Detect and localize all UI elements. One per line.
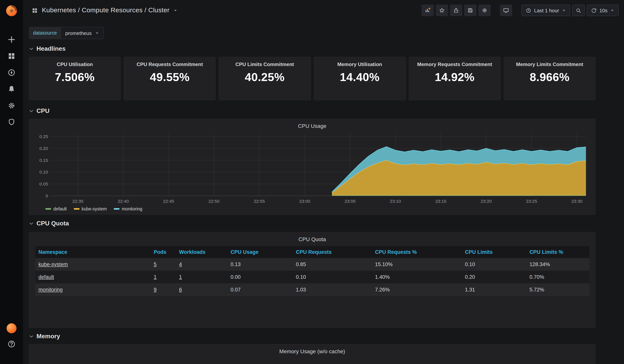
table-cell: 0.07 — [228, 283, 293, 296]
chevron-down-icon — [29, 108, 34, 114]
stat-value: 40.25% — [245, 71, 285, 84]
dashboards-icon[interactable] — [7, 51, 16, 61]
cell-link[interactable]: kube-system — [38, 262, 68, 267]
dashboard-settings-button[interactable] — [478, 5, 491, 16]
help-icon[interactable] — [7, 340, 16, 349]
create-plus-icon[interactable] — [7, 35, 16, 44]
svg-text:22:35: 22:35 — [72, 199, 83, 204]
panel-title[interactable]: CPU Usage — [35, 122, 589, 129]
cell-link[interactable]: 1 — [179, 274, 182, 280]
svg-text:0.10: 0.10 — [39, 170, 48, 174]
table-cell: 0.00 — [228, 271, 293, 283]
legend-item-default[interactable]: default — [45, 207, 67, 211]
section-title: CPU — [36, 107, 50, 114]
table-cell: 1.03 — [293, 283, 372, 296]
cpu-usage-chart[interactable]: 00.050.100.150.200.2522:3522:4022:4522:5… — [35, 131, 589, 206]
section-title: Memory — [36, 333, 60, 340]
cell-link[interactable]: default — [38, 274, 54, 280]
column-header-cpu-usage[interactable]: CPU Usage — [228, 246, 293, 258]
sidebar-bottom — [6, 323, 17, 349]
clock-icon — [526, 7, 531, 13]
column-header-cpu-requests[interactable]: CPU Requests % — [372, 246, 462, 258]
column-header-cpu-limits[interactable]: CPU Limits % — [526, 246, 589, 258]
section-cpu-quota[interactable]: CPU Quota — [29, 220, 596, 227]
configuration-gear-icon[interactable] — [7, 101, 16, 110]
column-header-pods[interactable]: Pods — [151, 246, 176, 258]
magnifier-icon — [575, 7, 581, 13]
cell-link[interactable]: 6 — [179, 287, 182, 292]
svg-text:0.15: 0.15 — [39, 158, 48, 163]
table-cell: 5 — [151, 258, 176, 271]
chevron-down-icon — [562, 8, 566, 12]
panel-title[interactable]: CPU Quota — [35, 236, 589, 242]
table-cell: 128.34% — [526, 258, 589, 271]
user-avatar[interactable] — [6, 323, 17, 333]
table-row-default: default110.000.101.40%0.200.70% — [35, 271, 589, 283]
share-dashboard-button[interactable] — [450, 5, 462, 16]
stat-value: 7.506% — [55, 71, 95, 84]
add-panel-icon — [425, 7, 431, 13]
explore-compass-icon[interactable] — [7, 68, 16, 77]
datasource-picker[interactable]: prometheus — [61, 27, 104, 39]
add-panel-button[interactable] — [421, 5, 434, 16]
cell-link[interactable]: 9 — [154, 287, 156, 292]
cell-link[interactable]: 4 — [179, 262, 182, 267]
stat-title: Memory Requests Commitment — [417, 61, 492, 67]
column-header-cpu-limits[interactable]: CPU Limits — [462, 246, 526, 258]
server-admin-shield-icon[interactable] — [7, 118, 16, 127]
share-icon — [453, 7, 459, 13]
tv-icon — [503, 7, 509, 13]
stat-title: CPU Limits Commitment — [235, 61, 294, 67]
section-title: CPU Quota — [36, 220, 69, 227]
stat-panel-cpu-requests-commitment[interactable]: CPU Requests Commitment49.55% — [124, 57, 216, 100]
svg-text:23:00: 23:00 — [299, 199, 310, 204]
legend-item-monitoring[interactable]: monitoring — [114, 207, 142, 211]
stat-panel-memory-utilisation[interactable]: Memory Utilisation14.40% — [314, 57, 406, 100]
grafana-logo[interactable] — [4, 3, 19, 18]
stat-panel-memory-limits-commitment[interactable]: Memory Limits Commitment8.966% — [504, 57, 596, 100]
column-header-namespace[interactable]: Namespace — [35, 246, 151, 258]
stat-panel-cpu-utilisation[interactable]: CPU Utilisation7.506% — [29, 57, 121, 100]
save-dashboard-button[interactable] — [464, 5, 476, 16]
gear-icon — [481, 7, 488, 13]
stat-panel-cpu-limits-commitment[interactable]: CPU Limits Commitment40.25% — [219, 57, 311, 100]
section-cpu[interactable]: CPU — [29, 107, 596, 114]
stat-title: CPU Utilisation — [57, 61, 93, 67]
refresh-picker[interactable]: 10s — [587, 5, 619, 16]
table-row-monitoring: monitoring960.071.037.26%1.315.72% — [35, 283, 589, 296]
cycle-view-button[interactable] — [500, 5, 512, 16]
dashboard-title-dropdown[interactable]: Kubernetes / Compute Resources / Cluster — [29, 5, 180, 16]
table-cell: 0.10 — [462, 258, 526, 271]
cpu-quota-panel: CPU Quota NamespacePodsWorkloadsCPU Usag… — [29, 232, 596, 328]
panel-title[interactable]: Memory Usage (w/o cache) — [35, 348, 589, 354]
section-memory[interactable]: Memory — [29, 333, 596, 340]
column-header-workloads[interactable]: Workloads — [176, 246, 228, 258]
stat-panel-memory-requests-commitment[interactable]: Memory Requests Commitment14.92% — [409, 57, 500, 100]
breadcrumb: Kubernetes / Compute Resources / Cluster — [42, 6, 169, 14]
legend-label: kube-system — [82, 207, 107, 211]
time-range-picker[interactable]: Last 1 hour — [521, 5, 570, 16]
chevron-down-icon — [29, 46, 34, 51]
top-navbar: Kubernetes / Compute Resources / Cluster… — [23, 0, 624, 21]
dashboard-content: datasource prometheus Headlines CPU Util… — [23, 21, 624, 364]
stat-value: 8.966% — [530, 71, 570, 84]
legend-item-kube-system[interactable]: kube-system — [74, 207, 107, 211]
table-cell: 1 — [151, 271, 176, 283]
chevron-down-icon — [610, 8, 614, 12]
cell-link[interactable]: 1 — [154, 274, 156, 280]
section-headlines[interactable]: Headlines — [29, 45, 596, 52]
alerting-bell-icon[interactable] — [7, 84, 16, 94]
time-range-label: Last 1 hour — [534, 7, 559, 13]
cell-link[interactable]: 5 — [154, 262, 156, 267]
cell-link[interactable]: monitoring — [38, 287, 63, 292]
table-header-row: NamespacePodsWorkloadsCPU UsageCPU Reque… — [35, 246, 589, 258]
chart-legend: defaultkube-systemmonitoring — [35, 206, 589, 211]
zoom-out-button[interactable] — [572, 5, 585, 16]
column-header-cpu-requests[interactable]: CPU Requests — [293, 246, 372, 258]
stat-title: Memory Limits Commitment — [516, 61, 583, 67]
stat-value: 14.92% — [435, 71, 474, 84]
star-dashboard-button[interactable] — [436, 5, 448, 16]
refresh-icon — [591, 7, 597, 13]
datasource-value: prometheus — [65, 30, 92, 36]
dashboard-grid-icon — [31, 7, 38, 14]
